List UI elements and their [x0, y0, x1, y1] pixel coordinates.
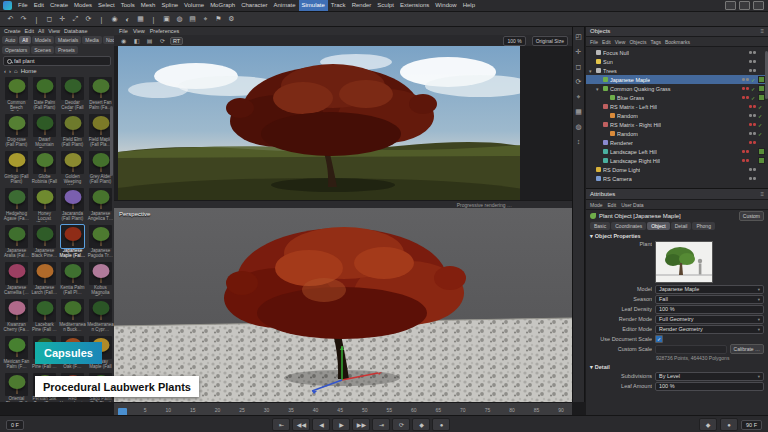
asset-item[interactable]: Dwarf Mountain Pin… [31, 114, 58, 151]
asset-item[interactable]: Jacaranda (Fall Plant) [59, 188, 86, 225]
asset-item[interactable]: Common Beech (Fall… [3, 77, 30, 114]
asset-item[interactable]: Lacebark Pine (Fall … [31, 299, 58, 336]
visibility-dots[interactable] [749, 132, 756, 135]
attribute-tab[interactable]: Coordinates [611, 222, 646, 230]
enabled-check-icon[interactable]: ✓ [751, 95, 756, 101]
asset-item[interactable]: Japanese Camellia (… [3, 262, 30, 299]
asset-item[interactable]: Golden Weeping Wil… [59, 151, 86, 188]
asset-item[interactable]: Honey Locust 'Sunb… [31, 188, 58, 225]
asset-menu-item[interactable]: All [38, 28, 44, 34]
material-tag-icon[interactable] [758, 94, 765, 101]
objects-menu-item[interactable]: Bookmarks [665, 39, 690, 45]
expand-arrow-icon[interactable]: ▾ [589, 68, 594, 74]
render-view-menu-item[interactable]: File [119, 28, 128, 34]
enabled-check-icon[interactable]: ✓ [758, 104, 763, 110]
asset-item[interactable]: Globe Robinia (Fall … [31, 151, 58, 188]
toolbar-icon[interactable]: | [147, 14, 160, 25]
visibility-dots[interactable] [749, 141, 756, 144]
layout-icon[interactable] [753, 1, 764, 10]
asset-item[interactable]: Japanese Aralia (Fal… [3, 225, 30, 262]
object-row[interactable]: Landscape Right Hill [586, 156, 768, 165]
edit-menu[interactable]: Edit [608, 202, 617, 208]
toolbar-icon[interactable]: ▦ [134, 14, 147, 25]
frame-start-field[interactable]: 0 F [6, 420, 24, 430]
asset-item[interactable]: Field Elm (Fall Plant) [59, 114, 86, 151]
toolbar-icon[interactable]: ◍ [173, 14, 186, 25]
timeline-ruler[interactable]: 051015202530354045505560657075808590 [114, 407, 572, 413]
attribute-tab[interactable]: Phong [692, 222, 714, 230]
calibrate-button[interactable]: Calibrate … [730, 344, 764, 354]
object-row[interactable]: Renderer [586, 138, 768, 147]
asset-item[interactable]: Mediterranean Buck… [59, 299, 86, 336]
enabled-check-icon[interactable]: ✓ [758, 122, 763, 128]
autokey-button[interactable]: ● [720, 418, 738, 431]
enabled-check-icon[interactable]: ✓ [751, 77, 756, 83]
render-view-menu-item[interactable]: Preferences [150, 28, 180, 34]
transport-button[interactable]: ▶ [332, 418, 350, 431]
toolbar-icon[interactable]: ▤ [186, 14, 199, 25]
object-row[interactable]: RS Dome Light [586, 165, 768, 174]
asset-item[interactable]: Ginkgo (Fall Plant) [3, 151, 30, 188]
object-row[interactable]: Random ✓ [586, 129, 768, 138]
plant-preview-thumbnail[interactable] [655, 241, 713, 283]
keyframe-button[interactable]: ◆ [699, 418, 717, 431]
render-view-menu-item[interactable]: View [133, 28, 145, 34]
toolbar-icon[interactable]: ⤢ [69, 14, 82, 25]
toolbar-icon[interactable]: ✛ [56, 14, 69, 25]
asset-item[interactable]: Date Palm (Fall Plant) [31, 77, 58, 114]
asset-item[interactable]: Japanese Angelica T… [87, 188, 114, 225]
menu-item[interactable]: Edit [31, 0, 47, 11]
asset-item[interactable]: Mexican Fan Palm (F… [3, 336, 30, 373]
transport-button[interactable]: ◆ [412, 418, 430, 431]
object-row[interactable]: Focus Null [586, 48, 768, 57]
asset-item[interactable]: Japanese Pagoda Tr… [87, 225, 114, 262]
object-row[interactable]: RS Camera [586, 174, 768, 183]
section-detail[interactable]: ▾ Detail [586, 362, 768, 371]
model-select[interactable]: Japanese Maple▾ [655, 285, 764, 294]
menu-item[interactable]: Mesh [138, 0, 159, 11]
menu-item[interactable]: Extensions [397, 0, 432, 11]
object-row[interactable]: ▾ Trees [586, 66, 768, 75]
objects-menu-item[interactable]: File [590, 39, 598, 45]
save-image-icon[interactable]: ◧ [131, 36, 142, 45]
toolbar-icon[interactable]: | [95, 14, 108, 25]
custom-button[interactable]: Custom [739, 211, 764, 221]
snapshot-icon[interactable]: ◉ [118, 36, 129, 45]
menu-item[interactable]: Track [328, 0, 349, 11]
frame-end-field[interactable]: 90 F [741, 420, 762, 430]
season-select[interactable]: Fall▾ [655, 295, 764, 304]
menu-item[interactable]: File [15, 0, 31, 11]
enabled-check-icon[interactable]: ✓ [758, 113, 763, 119]
asset-filter-chip[interactable]: Scenes [31, 46, 54, 54]
visibility-dots[interactable] [749, 177, 756, 180]
toolbar-icon[interactable]: ⚙ [225, 14, 238, 25]
editor-mode-select[interactable]: Render Geometry▾ [655, 325, 764, 334]
side-tool-icon[interactable]: ↕ [574, 137, 583, 146]
object-row[interactable]: ▾ Common Quaking Grass ✓ [586, 84, 768, 93]
layout-icon[interactable] [739, 1, 750, 10]
menu-item[interactable]: Window [432, 0, 459, 11]
app-logo-icon[interactable] [3, 1, 12, 10]
material-tag-icon[interactable] [758, 85, 765, 92]
visibility-dots[interactable] [749, 51, 756, 54]
visibility-dots[interactable] [749, 105, 756, 108]
asset-filter-chip[interactable]: Materials [55, 36, 81, 44]
asset-menu-item[interactable]: Edit [25, 28, 34, 34]
leaf-amount-field[interactable]: 100 % [655, 382, 764, 391]
asset-scrollbar[interactable] [110, 106, 113, 176]
asset-search-input[interactable]: fall plant [3, 56, 111, 66]
use-document-scale-checkbox[interactable]: ✓ [655, 335, 663, 343]
objects-menu-item[interactable]: Objects [629, 39, 646, 45]
side-tool-icon[interactable]: ◻ [574, 62, 583, 71]
material-tag-icon[interactable] [758, 76, 765, 83]
expand-arrow-icon[interactable]: ▾ [596, 86, 601, 92]
enabled-check-icon[interactable]: ✓ [758, 131, 763, 137]
menu-item[interactable]: Sculpt [374, 0, 397, 11]
asset-filter-chip[interactable]: All [19, 36, 31, 44]
refresh-icon[interactable]: ⟳ [157, 36, 168, 45]
asset-item[interactable]: Kwanzan Cherry (Fa… [3, 299, 30, 336]
asset-item[interactable]: Oriental Plane (Fall … [3, 373, 30, 402]
object-row[interactable]: RS Matrix - Right Hill ✓ [586, 120, 768, 129]
material-tag-icon[interactable] [758, 148, 765, 155]
material-tag-icon[interactable] [758, 157, 765, 164]
